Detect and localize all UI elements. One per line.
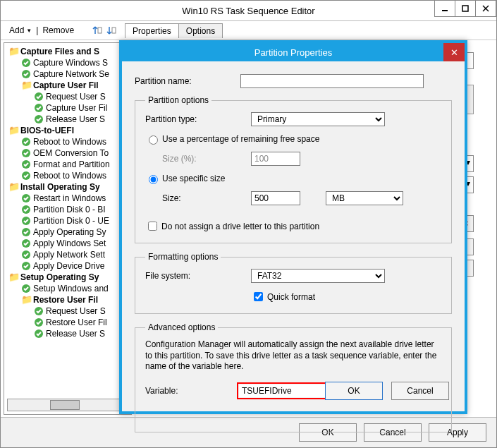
check-icon [34, 92, 44, 102]
advanced-options-legend: Advanced options [145, 322, 218, 332]
size-percent-label: Size (%): [162, 154, 251, 164]
check-icon [21, 227, 31, 237]
modal-ok-button[interactable]: OK [325, 382, 383, 400]
formatting-options-group: Formatting options File system: FAT32 Qu… [135, 252, 452, 314]
advanced-description: Configuration Manager will automatically… [145, 339, 441, 373]
move-up-icon[interactable] [92, 25, 102, 35]
check-icon [21, 284, 31, 293]
check-icon [21, 137, 31, 147]
check-icon [21, 261, 31, 271]
quick-format-label: Quick format [267, 292, 315, 302]
dialog-title: Partition Properties [254, 47, 333, 58]
use-specific-size-radio[interactable] [149, 175, 158, 184]
formatting-options-legend: Formatting options [145, 252, 221, 262]
dialog-title-bar: Partition Properties ✕ [122, 43, 465, 61]
check-icon [21, 159, 31, 169]
check-icon [21, 58, 31, 68]
check-icon [21, 216, 31, 226]
check-icon [21, 238, 31, 248]
partition-options-group: Partition options Partition type: Primar… [135, 95, 452, 243]
use-percentage-radio[interactable] [149, 135, 158, 145]
advanced-options-group: Advanced options Configuration Manager w… [135, 322, 452, 432]
size-input[interactable] [251, 191, 300, 205]
check-icon [34, 317, 44, 327]
folder-icon: 📁 [8, 47, 18, 56]
svg-rect-5 [112, 28, 116, 33]
file-system-label: File system: [145, 271, 251, 281]
partition-properties-dialog: Partition Properties ✕ Partition name: P… [119, 40, 467, 414]
file-system-select[interactable]: FAT32 [251, 269, 385, 283]
modal-cancel-button[interactable]: Cancel [391, 382, 449, 400]
close-button[interactable] [475, 1, 496, 17]
folder-icon: 📁 [8, 272, 18, 282]
add-button[interactable]: Add▼ [5, 23, 36, 37]
folder-icon: 📁 [21, 295, 31, 305]
move-down-icon[interactable] [106, 25, 116, 35]
check-icon [34, 306, 44, 316]
folder-icon: 📁 [8, 182, 18, 192]
check-icon [34, 329, 44, 339]
toolbar: Add▼ | Remove Properties Options [1, 21, 496, 40]
partition-name-label: Partition name: [135, 76, 240, 86]
quick-format-checkbox[interactable] [254, 292, 263, 301]
check-icon [21, 148, 31, 158]
check-icon [21, 205, 31, 214]
no-drive-letter-label: Do not assign a drive letter to this par… [161, 222, 319, 231]
horizontal-scrollbar[interactable] [7, 399, 128, 411]
use-percentage-label: Use a percentage of remaining free space [162, 134, 319, 144]
svg-rect-4 [98, 28, 102, 33]
variable-label: Variable: [145, 386, 237, 396]
size-unit-select[interactable]: MB [326, 191, 403, 205]
check-icon [21, 69, 31, 79]
check-icon [21, 171, 31, 181]
check-icon [34, 103, 44, 113]
partition-type-select[interactable]: Primary [251, 112, 385, 126]
tab-options[interactable]: Options [178, 23, 223, 38]
size-label: Size: [162, 193, 251, 203]
partition-type-label: Partition type: [145, 114, 251, 124]
minimize-button[interactable] [434, 1, 455, 17]
close-icon: ✕ [450, 47, 458, 58]
check-icon [21, 193, 31, 203]
size-percent-input [251, 152, 300, 166]
remove-button[interactable]: Remove [38, 23, 78, 37]
folder-icon: 📁 [8, 126, 18, 135]
dropdown-icon: ▼ [26, 28, 32, 34]
window-title: Win10 RS Task Sequence Editor [182, 6, 314, 16]
check-icon [34, 114, 44, 124]
check-icon [21, 250, 31, 260]
maximize-button[interactable] [455, 1, 476, 17]
use-specific-size-label: Use specific size [162, 174, 225, 183]
tree-pane[interactable]: 📁Capture Files and S Capture Windows S C… [4, 42, 132, 415]
partition-name-input[interactable] [240, 74, 424, 88]
dialog-close-button[interactable]: ✕ [443, 43, 465, 61]
svg-rect-1 [462, 6, 468, 11]
folder-icon: 📁 [21, 80, 31, 90]
window-title-bar: Win10 RS Task Sequence Editor [1, 1, 496, 21]
no-drive-letter-checkbox[interactable] [148, 222, 157, 231]
partition-options-legend: Partition options [145, 95, 211, 105]
tab-properties[interactable]: Properties [125, 23, 179, 38]
